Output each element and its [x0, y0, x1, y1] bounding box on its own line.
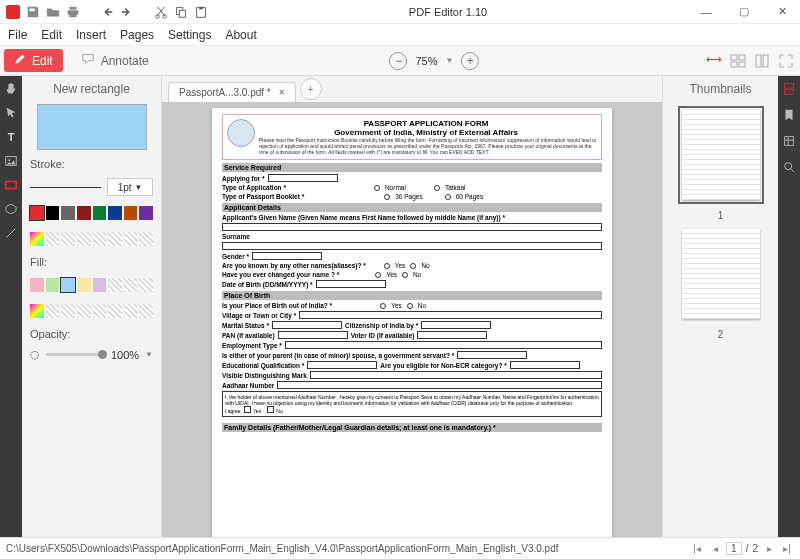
layout-readmode-icon[interactable]: ⟷ — [706, 53, 722, 69]
form-title: PASSPORT APPLICATION FORM — [227, 119, 597, 128]
edit-mode-button[interactable]: Edit — [4, 49, 63, 72]
svg-rect-9 — [739, 62, 745, 67]
opacity-dropdown-icon[interactable]: ▼ — [145, 350, 153, 359]
attachments-icon[interactable] — [782, 134, 796, 148]
close-button[interactable]: ✕ — [764, 0, 800, 24]
rect-tool-icon[interactable] — [4, 178, 18, 192]
swatch-green[interactable] — [93, 206, 107, 220]
open-icon[interactable] — [46, 5, 60, 19]
fill-colors — [30, 278, 153, 292]
form-instructions: Please read the Passport Instruction Boo… — [227, 137, 597, 155]
tool-strip-right — [778, 76, 800, 537]
copy-icon[interactable] — [174, 5, 188, 19]
stroke-style-selector[interactable] — [30, 187, 101, 188]
menu-edit[interactable]: Edit — [41, 28, 62, 42]
zoom-value[interactable]: 75% — [415, 55, 437, 67]
page-canvas[interactable]: PASSPORT APPLICATION FORM Government of … — [212, 108, 612, 537]
app-icon — [6, 5, 20, 19]
fill-label: Fill: — [30, 256, 153, 268]
app-title: PDF Editor 1.10 — [208, 6, 688, 18]
fillswatch-green[interactable] — [46, 278, 60, 292]
svg-rect-3 — [179, 10, 185, 17]
image-tool-icon[interactable] — [4, 154, 18, 168]
stroke-color-picker-icon[interactable] — [30, 232, 44, 246]
svg-point-15 — [6, 205, 17, 214]
tab-close-icon[interactable]: × — [279, 87, 285, 98]
fillswatch-blue[interactable] — [61, 278, 75, 292]
zoom-out-button[interactable]: − — [389, 52, 407, 70]
menu-about[interactable]: About — [225, 28, 256, 42]
svg-rect-10 — [756, 55, 761, 67]
swatch-purple[interactable] — [139, 206, 153, 220]
annotate-mode-button[interactable]: Annotate — [71, 48, 159, 73]
menu-pages[interactable]: Pages — [120, 28, 154, 42]
paste-icon[interactable] — [194, 5, 208, 19]
fullscreen-icon[interactable] — [778, 53, 794, 69]
fillswatch-none[interactable] — [108, 278, 122, 292]
section-applicant: Applicant Details — [222, 203, 602, 212]
tab-label: PassportA...3.0.pdf * — [179, 87, 271, 98]
opacity-slider[interactable] — [46, 353, 105, 356]
first-page-button[interactable]: |◂ — [690, 542, 704, 556]
menu-settings[interactable]: Settings — [168, 28, 211, 42]
thumbnail-1[interactable] — [678, 106, 764, 204]
inspector-panel: New rectangle Stroke: 1pt ▼ Fill: — [22, 76, 162, 537]
prev-page-button[interactable]: ◂ — [708, 542, 722, 556]
fillswatch-yellow[interactable] — [77, 278, 91, 292]
opacity-value[interactable]: 100% — [111, 349, 139, 361]
tab-bar: PassportA...3.0.pdf * × + — [162, 76, 662, 102]
cut-icon[interactable] — [154, 5, 168, 19]
svg-rect-14 — [6, 182, 17, 189]
document-tab[interactable]: PassportA...3.0.pdf * × — [168, 82, 296, 102]
zoom-dropdown-icon[interactable]: ▼ — [445, 56, 453, 65]
page-number-input[interactable]: 1 — [726, 542, 742, 555]
stroke-colors — [30, 206, 153, 220]
menu-file[interactable]: File — [8, 28, 27, 42]
swatch-black[interactable] — [46, 206, 60, 220]
redo-icon[interactable] — [120, 5, 134, 19]
menu-insert[interactable]: Insert — [76, 28, 106, 42]
stroke-weight-selector[interactable]: 1pt ▼ — [107, 178, 153, 196]
swatch-none[interactable] — [46, 232, 60, 246]
layout-grid-icon[interactable] — [730, 53, 746, 69]
zoom-in-button[interactable]: + — [461, 52, 479, 70]
line-tool-icon[interactable] — [4, 226, 18, 240]
thumbnail-2[interactable] — [678, 225, 764, 323]
search-icon[interactable] — [782, 160, 796, 174]
titlebar: PDF Editor 1.10 — ▢ ✕ — [0, 0, 800, 24]
swatch-blue[interactable] — [108, 206, 122, 220]
emblem-icon — [227, 119, 255, 147]
layout-pageflip-icon[interactable] — [754, 53, 770, 69]
add-tab-button[interactable]: + — [300, 78, 322, 100]
fillswatch-purple[interactable] — [93, 278, 107, 292]
fill-color-picker-icon[interactable] — [30, 304, 44, 318]
speech-icon — [81, 52, 95, 69]
maximize-button[interactable]: ▢ — [726, 0, 762, 24]
print-icon[interactable] — [66, 5, 80, 19]
svg-rect-7 — [739, 55, 745, 60]
swatch-red[interactable] — [30, 206, 44, 220]
minimize-button[interactable]: — — [688, 0, 724, 24]
save-icon[interactable] — [26, 5, 40, 19]
swatch-darkred[interactable] — [77, 206, 91, 220]
form-subtitle: Government of India, Ministry of Externa… — [227, 128, 597, 137]
hand-tool-icon[interactable] — [4, 82, 18, 96]
swatch-orange[interactable] — [124, 206, 138, 220]
select-tool-icon[interactable] — [4, 106, 18, 120]
page-viewport[interactable]: PASSPORT APPLICATION FORM Government of … — [162, 102, 662, 537]
fillswatch-pink[interactable] — [30, 278, 44, 292]
next-page-button[interactable]: ▸ — [762, 542, 776, 556]
undo-icon[interactable] — [100, 5, 114, 19]
toolbar: Edit Annotate − 75% ▼ + ⟷ — [0, 46, 800, 76]
svg-rect-18 — [785, 137, 794, 146]
svg-rect-5 — [199, 6, 203, 9]
last-page-button[interactable]: ▸| — [780, 542, 794, 556]
ellipse-tool-icon[interactable] — [4, 202, 18, 216]
swatch-gray[interactable] — [61, 206, 75, 220]
inspector-title: New rectangle — [30, 82, 153, 96]
opacity-label: Opacity: — [30, 328, 153, 340]
bookmarks-icon[interactable] — [782, 108, 796, 122]
thumbnails-toggle-icon[interactable] — [782, 82, 796, 96]
text-tool-icon[interactable]: T — [4, 130, 18, 144]
thumbnails-title: Thumbnails — [663, 76, 778, 102]
